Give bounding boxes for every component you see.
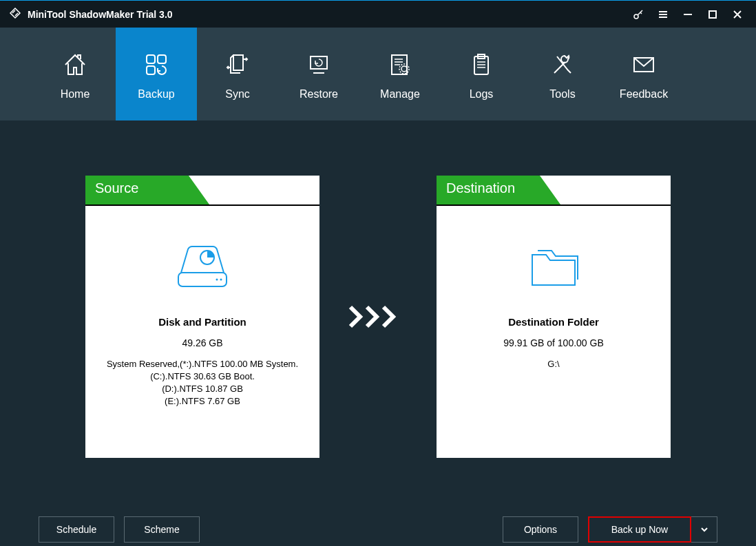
nav-manage[interactable]: Manage (359, 28, 441, 120)
nav-label: Logs (470, 88, 494, 101)
maximize-icon[interactable] (702, 4, 723, 25)
backup-now-button[interactable]: Back up Now (588, 516, 691, 543)
menu-icon[interactable] (653, 4, 673, 25)
backup-icon (141, 48, 171, 81)
source-title: Disk and Partition (85, 316, 319, 328)
home-icon (60, 48, 90, 81)
chevron-down-icon (700, 525, 708, 534)
nav-home[interactable]: Home (34, 28, 116, 120)
nav-label: Home (61, 88, 90, 101)
destination-size: 99.91 GB of 100.00 GB (437, 337, 671, 348)
scheme-button[interactable]: Scheme (124, 516, 200, 543)
logs-icon (466, 48, 496, 81)
app-logo-icon (8, 6, 22, 23)
nav-label: Backup (138, 88, 174, 101)
source-size: 49.26 GB (85, 337, 319, 348)
destination-path: G:\ (437, 358, 671, 370)
destination-card[interactable]: Destination Destination Folder 99.91 GB … (437, 176, 671, 458)
svg-rect-1 (709, 11, 716, 18)
nav-restore[interactable]: Restore (278, 28, 359, 120)
svg-rect-12 (178, 273, 227, 286)
manage-icon (385, 48, 415, 81)
destination-title: Destination Folder (437, 316, 671, 328)
nav-sync[interactable]: Sync (197, 28, 278, 120)
disk-icon (85, 240, 319, 295)
content-area: Source Disk and Partition 49.26 GB Syste… (0, 120, 756, 513)
nav-backup[interactable]: Backup (116, 28, 197, 120)
close-icon[interactable] (727, 4, 748, 25)
nav-tools[interactable]: Tools (522, 28, 603, 120)
nav-logs[interactable]: Logs (441, 28, 522, 120)
restore-icon (304, 48, 334, 81)
minimize-icon[interactable] (678, 4, 698, 25)
svg-rect-4 (147, 66, 155, 74)
source-details: System Reserved,(*:).NTFS 100.00 MB Syst… (85, 358, 319, 408)
svg-point-7 (401, 66, 407, 72)
destination-header-label: Destination (446, 180, 515, 196)
schedule-button[interactable]: Schedule (39, 516, 114, 543)
nav-label: Restore (300, 88, 338, 101)
nav-feedback[interactable]: Feedback (603, 28, 684, 120)
destination-header: Destination (437, 176, 671, 204)
nav-label: Tools (549, 88, 575, 101)
svg-point-14 (220, 279, 222, 281)
svg-rect-2 (147, 55, 155, 63)
tools-icon (547, 48, 578, 81)
nav-label: Sync (225, 88, 250, 101)
source-header-label: Source (95, 180, 138, 196)
footer: Schedule Scheme Options Back up Now (0, 513, 756, 546)
options-button[interactable]: Options (503, 516, 578, 543)
svg-rect-3 (158, 55, 166, 63)
source-header: Source (85, 176, 319, 204)
backup-dropdown-button[interactable] (691, 516, 717, 543)
nav-label: Feedback (620, 88, 668, 101)
folder-icon (437, 240, 671, 295)
app-title: MiniTool ShadowMaker Trial 3.0 (28, 9, 173, 20)
arrows-icon (319, 303, 437, 330)
feedback-icon (629, 48, 659, 81)
source-card[interactable]: Source Disk and Partition 49.26 GB Syste… (85, 176, 319, 458)
sync-icon (222, 48, 253, 81)
title-bar: MiniTool ShadowMaker Trial 3.0 (0, 0, 756, 28)
key-icon[interactable] (628, 4, 649, 25)
main-nav: Home Backup Sync Restore Manage (0, 28, 756, 120)
svg-point-13 (216, 279, 218, 281)
svg-rect-5 (311, 56, 327, 69)
nav-label: Manage (380, 88, 420, 101)
